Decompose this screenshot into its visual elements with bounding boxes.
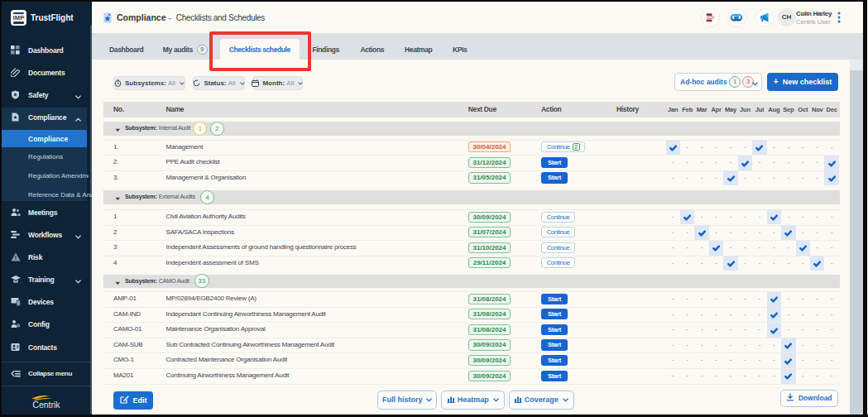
svg-text:Centrik: Centrik xyxy=(32,400,60,410)
